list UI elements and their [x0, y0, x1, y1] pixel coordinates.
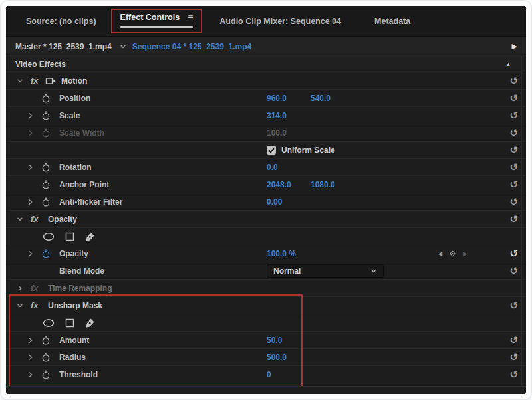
timeline-expand-icon[interactable]: ▶: [512, 42, 517, 50]
blend-mode-select[interactable]: Normal: [267, 264, 384, 278]
property-row-anchor-point: Anchor Point 2048.0 1080.0 ↺: [6, 176, 526, 193]
opacity-value[interactable]: 100.0 %: [267, 249, 296, 258]
mask-rect-button[interactable]: [65, 318, 75, 328]
stopwatch-icon[interactable]: [41, 162, 51, 173]
video-effects-header: Video Effects ▲: [6, 56, 526, 72]
position-y-value[interactable]: 540.0: [311, 94, 331, 103]
add-keyframe-icon[interactable]: [448, 249, 457, 258]
tab-effect-controls[interactable]: Effect Controls ≡: [111, 9, 203, 33]
stopwatch-icon[interactable]: [41, 352, 51, 363]
reset-button[interactable]: ↺: [509, 179, 518, 189]
next-keyframe-icon[interactable]: ▶: [463, 250, 467, 256]
anti-flicker-value[interactable]: 0.00: [267, 197, 282, 207]
effect-title-unsharp-mask[interactable]: Unsharp Mask: [48, 301, 102, 310]
fx-badge-icon: fx: [31, 283, 43, 293]
mask-pen-button[interactable]: [84, 318, 95, 328]
property-row-uniform-scale: Uniform Scale ↺: [6, 142, 526, 159]
reset-button[interactable]: ↺: [509, 214, 518, 224]
stopwatch-icon[interactable]: [41, 110, 51, 121]
chevron-right-icon[interactable]: [26, 337, 35, 344]
mask-rect-button[interactable]: [65, 231, 75, 242]
effect-title-motion[interactable]: Motion: [61, 76, 87, 86]
stopwatch-icon[interactable]: [41, 369, 51, 380]
mask-tools-row-opacity: [6, 228, 526, 245]
scale-width-value: 100.0: [267, 128, 287, 138]
property-row-position: Position 960.0 540.0 ↺: [6, 90, 526, 107]
panel-tab-bar: Source: (no clips) Effect Controls ≡ Aud…: [6, 6, 526, 37]
effect-title-opacity[interactable]: Opacity: [48, 215, 77, 224]
mask-pen-button[interactable]: [84, 231, 95, 242]
video-effects-title: Video Effects: [15, 60, 66, 69]
property-label: Rotation: [59, 163, 92, 172]
fx-badge-icon[interactable]: fx: [31, 300, 43, 310]
reset-button[interactable]: ↺: [509, 266, 518, 276]
chevron-right-icon[interactable]: [26, 371, 35, 378]
mask-ellipse-button[interactable]: [42, 231, 55, 242]
chevron-right-icon[interactable]: [26, 164, 35, 171]
chevron-right-icon[interactable]: [26, 250, 35, 257]
mask-ellipse-button[interactable]: [42, 318, 55, 328]
scale-value[interactable]: 314.0: [267, 111, 287, 120]
reset-button[interactable]: ↺: [509, 249, 518, 258]
chevron-right-icon[interactable]: [26, 112, 35, 119]
stopwatch-icon[interactable]: [41, 93, 51, 104]
reset-button[interactable]: ↺: [509, 145, 518, 155]
stopwatch-icon[interactable]: [41, 179, 51, 190]
reset-button[interactable]: ↺: [509, 197, 518, 207]
position-x-value[interactable]: 960.0: [267, 94, 287, 103]
chevron-down-icon[interactable]: [15, 302, 25, 309]
property-row-radius: Radius 500.0 ↺: [6, 349, 526, 366]
stopwatch-icon-active[interactable]: [41, 249, 51, 259]
screenshot-frame: Source: (no clips) Effect Controls ≡ Aud…: [0, 0, 532, 400]
chevron-right-icon[interactable]: [15, 285, 25, 292]
tab-source[interactable]: Source: (no clips): [26, 17, 96, 26]
rotation-value[interactable]: 0.0: [267, 163, 278, 172]
panel-menu-icon[interactable]: ≡: [188, 13, 193, 22]
stopwatch-icon[interactable]: [41, 335, 51, 346]
tab-metadata-label: Metadata: [374, 17, 410, 26]
chevron-down-icon[interactable]: [15, 78, 25, 84]
effect-row-opacity: fx Opacity ↺: [6, 211, 526, 228]
chevron-right-icon[interactable]: [26, 354, 35, 361]
property-row-anti-flicker: Anti-flicker Filter 0.00 ↺: [6, 193, 526, 211]
master-clip-name[interactable]: Master * 125_2539_1.mp4: [15, 42, 112, 51]
reset-button[interactable]: ↺: [509, 162, 518, 172]
reset-button[interactable]: ↺: [509, 128, 518, 138]
reset-button[interactable]: ↺: [509, 300, 518, 310]
reset-button[interactable]: ↺: [509, 110, 518, 120]
amount-value[interactable]: 50.0: [267, 336, 282, 345]
chevron-right-icon[interactable]: [26, 130, 35, 136]
collapse-section-icon[interactable]: ▲: [505, 61, 511, 68]
tab-effect-controls-label: Effect Controls: [120, 13, 180, 22]
chevron-down-icon[interactable]: [15, 216, 25, 223]
effect-title-time-remapping[interactable]: Time Remapping: [48, 284, 112, 293]
uniform-scale-label: Uniform Scale: [281, 146, 335, 155]
radius-value[interactable]: 500.0: [267, 353, 287, 362]
sequence-clip-name[interactable]: Sequence 04 * 125_2539_1.mp4: [132, 42, 251, 51]
reset-button[interactable]: ↺: [509, 369, 518, 379]
effects-rows: fx Motion ↺ Position 960.0 540.0 ↺ Scale…: [6, 72, 526, 383]
reset-button[interactable]: ↺: [509, 93, 518, 103]
fx-badge-icon[interactable]: fx: [31, 214, 43, 224]
prev-keyframe-icon[interactable]: ◀: [438, 250, 442, 256]
blend-mode-value: Normal: [273, 266, 301, 276]
chevron-right-icon[interactable]: [26, 199, 35, 205]
anchor-x-value[interactable]: 2048.0: [267, 180, 291, 189]
tab-metadata[interactable]: Metadata: [374, 17, 410, 26]
reset-button[interactable]: ↺: [509, 76, 518, 86]
property-row-opacity: Opacity 100.0 % ◀ ▶ ↺: [6, 245, 526, 262]
clip-selector-chevron-icon[interactable]: [120, 43, 126, 50]
motion-icon: [45, 76, 56, 86]
tab-audio-clip-mixer[interactable]: Audio Clip Mixer: Sequence 04: [219, 17, 341, 26]
panel-bottom-divider: [6, 386, 526, 387]
uniform-scale-checkbox[interactable]: [267, 146, 276, 155]
stopwatch-icon[interactable]: [41, 197, 51, 207]
threshold-value[interactable]: 0: [267, 370, 271, 379]
anchor-y-value[interactable]: 1080.0: [311, 180, 335, 189]
mask-tools-row-unsharp: [6, 314, 526, 332]
reset-button[interactable]: ↺: [509, 352, 518, 362]
chevron-down-icon: [370, 268, 377, 274]
property-row-amount: Amount 50.0 ↺: [6, 332, 526, 349]
fx-badge-icon[interactable]: fx: [31, 76, 43, 86]
reset-button[interactable]: ↺: [509, 335, 518, 345]
